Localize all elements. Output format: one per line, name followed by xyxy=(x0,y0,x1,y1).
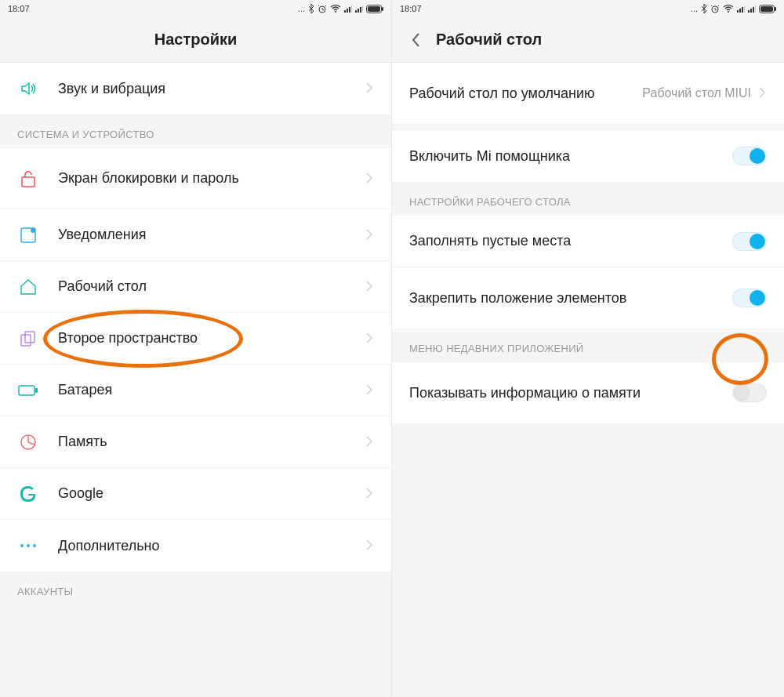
row-sound[interactable]: Звук и вибрация xyxy=(0,63,391,114)
row-home[interactable]: Рабочий стол xyxy=(0,261,391,313)
row-label: Заполнять пустые места xyxy=(409,232,732,250)
chevron-left-icon xyxy=(411,32,420,48)
chevron-right-icon xyxy=(366,172,374,185)
signal2-icon xyxy=(355,5,363,13)
svg-point-23 xyxy=(27,544,30,547)
svg-point-2 xyxy=(335,11,336,13)
status-bar: 18:07 ... xyxy=(0,0,391,17)
row-default-launcher[interactable]: Рабочий стол по умолчанию Рабочий стол M… xyxy=(392,63,784,124)
toggle-mi-assistant[interactable] xyxy=(732,147,767,165)
alarm-icon xyxy=(318,4,327,13)
row-memory[interactable]: Память xyxy=(0,416,391,468)
status-time: 18:07 xyxy=(400,4,422,13)
page-title: Рабочий стол xyxy=(436,31,542,49)
row-label: Память xyxy=(58,433,366,451)
status-time: 18:07 xyxy=(8,4,30,13)
svg-rect-29 xyxy=(742,7,743,13)
svg-rect-37 xyxy=(775,7,776,11)
svg-point-22 xyxy=(20,544,24,547)
svg-rect-10 xyxy=(362,5,363,13)
section-recent: МЕНЮ НЕДАВНИХ ПРИЛОЖЕНИЙ xyxy=(392,329,784,362)
row-label: Батарея xyxy=(58,381,366,399)
svg-point-26 xyxy=(728,11,729,13)
google-icon xyxy=(17,483,39,505)
row-show-memory[interactable]: Показывать информацию о памяти xyxy=(392,362,784,423)
svg-rect-6 xyxy=(351,5,352,13)
section-system: СИСТЕМА И УСТРОЙСТВО xyxy=(0,114,391,148)
header-home: Рабочий стол xyxy=(392,17,784,63)
chevron-right-icon xyxy=(759,87,767,100)
back-button[interactable] xyxy=(406,31,425,49)
row-label: Закрепить положение элементов xyxy=(409,289,732,307)
svg-rect-8 xyxy=(358,9,359,13)
chevron-right-icon xyxy=(366,332,374,345)
svg-rect-20 xyxy=(35,388,38,393)
row-more[interactable]: Дополнительно xyxy=(0,520,391,572)
svg-rect-12 xyxy=(368,6,380,12)
svg-rect-30 xyxy=(744,5,745,13)
toggle-fill-empty[interactable] xyxy=(732,232,767,251)
svg-rect-34 xyxy=(755,5,756,13)
bluetooth-icon xyxy=(308,4,314,13)
row-mi-assistant[interactable]: Включить Mi помощника xyxy=(392,130,784,182)
pie-icon xyxy=(17,431,39,453)
svg-rect-7 xyxy=(355,10,357,13)
dots-icon: ... xyxy=(298,4,305,13)
svg-point-16 xyxy=(31,228,35,233)
svg-rect-31 xyxy=(748,10,750,13)
status-icons: ... xyxy=(691,4,776,13)
svg-rect-3 xyxy=(344,10,346,13)
row-google[interactable]: Google xyxy=(0,468,391,520)
row-label: Уведомления xyxy=(58,226,366,244)
signal2-icon xyxy=(748,5,756,13)
chevron-right-icon xyxy=(366,82,374,95)
status-bar: 18:07 ... xyxy=(392,0,784,17)
svg-rect-14 xyxy=(22,177,34,187)
section-desktop: НАСТРОЙКИ РАБОЧЕГО СТОЛА xyxy=(392,182,784,216)
svg-rect-9 xyxy=(360,7,361,13)
svg-rect-17 xyxy=(21,335,31,346)
row-fill-empty[interactable]: Заполнять пустые места xyxy=(392,216,784,267)
page-title: Настройки xyxy=(154,31,238,49)
row-label: Звук и вибрация xyxy=(58,80,366,98)
row-label: Показывать информацию о памяти xyxy=(409,384,732,402)
row-label: Google xyxy=(58,485,366,503)
svg-point-24 xyxy=(33,544,36,547)
chevron-right-icon xyxy=(366,539,374,552)
chevron-right-icon xyxy=(366,229,374,241)
home-icon xyxy=(17,276,39,298)
header-settings: Настройки xyxy=(0,17,391,63)
svg-rect-4 xyxy=(347,9,348,13)
row-lockscreen[interactable]: Экран блокировки и пароль xyxy=(0,148,391,209)
toggle-lock-layout[interactable] xyxy=(732,289,767,307)
volume-icon xyxy=(17,78,39,100)
row-label: Второе пространство xyxy=(58,329,366,347)
battery-icon xyxy=(366,5,383,13)
alarm-icon xyxy=(710,4,720,13)
status-icons: ... xyxy=(298,4,383,13)
row-battery[interactable]: Батарея xyxy=(0,365,391,416)
chevron-right-icon xyxy=(366,384,374,397)
row-second-space[interactable]: Второе пространство xyxy=(0,313,391,365)
row-label: Дополнительно xyxy=(58,537,366,555)
row-label: Включить Mi помощника xyxy=(409,147,732,165)
row-label: Экран блокировки и пароль xyxy=(58,169,366,187)
svg-rect-19 xyxy=(19,386,34,395)
wifi-icon xyxy=(723,5,734,13)
row-notifications[interactable]: Уведомления xyxy=(0,209,391,261)
row-lock-layout[interactable]: Закрепить положение элементов xyxy=(392,267,784,329)
empty-area xyxy=(392,423,784,697)
row-label: Рабочий стол по умолчанию xyxy=(409,85,642,103)
signal-icon xyxy=(344,5,352,13)
battery-icon xyxy=(759,5,776,13)
chevron-right-icon xyxy=(366,488,374,500)
signal-icon xyxy=(737,5,745,13)
wifi-icon xyxy=(330,5,341,13)
battery-row-icon xyxy=(17,379,39,401)
toggle-show-memory[interactable] xyxy=(732,383,767,402)
svg-rect-36 xyxy=(760,6,773,12)
more-icon xyxy=(17,535,39,557)
svg-rect-32 xyxy=(750,9,752,13)
screen-home-settings: 18:07 ... Рабочий стол Рабочий стол по у… xyxy=(392,0,784,697)
chevron-right-icon xyxy=(366,281,374,293)
